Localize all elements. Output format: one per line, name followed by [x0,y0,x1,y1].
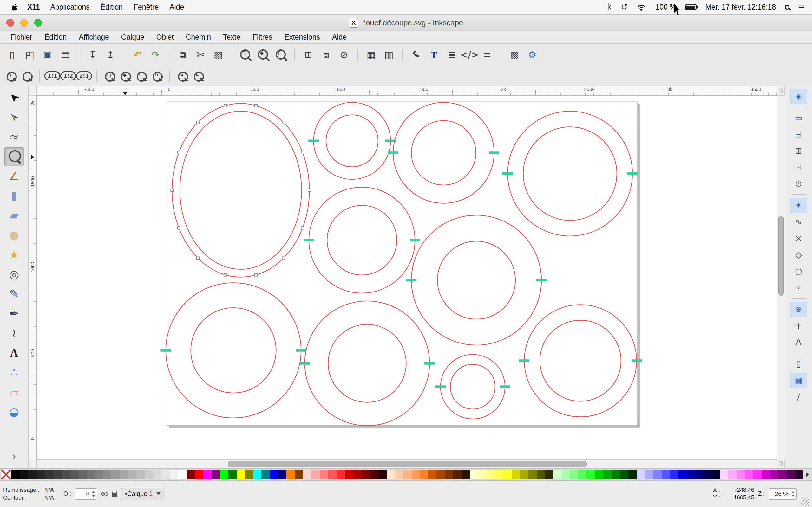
path-node[interactable] [282,121,285,124]
palette-swatch[interactable] [670,469,678,480]
down-arrow-icon[interactable] [791,495,795,497]
palette-swatch[interactable] [728,469,737,480]
palette-swatch[interactable] [362,469,370,480]
opacity-spinbox[interactable]: 0 [75,488,97,500]
cut-button[interactable]: ✂ [192,47,209,63]
path-node[interactable] [308,189,311,192]
snap-cusp-nodes-button[interactable]: ◇ [790,247,807,262]
palette-swatch[interactable] [553,469,561,480]
palette-swatch[interactable] [212,469,220,480]
snap-grid-button[interactable]: ▦ [790,373,807,388]
palette-swatch[interactable] [278,469,287,480]
palette-swatch[interactable] [253,469,261,480]
box-3d-tool[interactable]: ▰ [4,206,24,225]
palette-swatch[interactable] [428,469,437,480]
horizontal-scrollbar-thumb[interactable] [228,461,587,467]
save-document-button[interactable]: ▣ [39,47,56,63]
open-document-button[interactable]: ◰ [21,47,38,63]
down-arrow-icon[interactable] [92,495,96,497]
palette-swatch[interactable] [295,469,303,480]
snap-path-intersections-button[interactable]: × [790,231,807,246]
palette-swatch[interactable] [370,469,378,480]
menubar-item-aide[interactable]: Aide [164,3,189,11]
palette-swatch[interactable] [537,469,545,480]
path-node[interactable] [255,104,258,107]
palette-swatch[interactable] [111,469,119,480]
zoom-page-button[interactable]: ▯ [273,47,289,63]
palette-swatch[interactable] [470,469,478,480]
path-node[interactable] [282,257,285,260]
palette-swatch[interactable] [745,469,753,480]
palette-swatch[interactable] [345,469,353,480]
zoom-selection-button[interactable]: ▢ [237,47,254,63]
palette-swatch[interactable] [61,469,70,480]
paste-button[interactable]: ▨ [210,47,226,63]
drawing-canvas[interactable] [37,96,777,459]
palette-swatch[interactable] [95,469,103,480]
zoom-in-button[interactable]: + [4,69,18,83]
menu-calque[interactable]: Calque [115,31,150,43]
palette-swatch[interactable] [786,469,795,480]
palette-swatch[interactable] [53,469,61,480]
menu-fichier[interactable]: Fichier [4,31,38,43]
palette-swatch[interactable] [662,469,670,480]
snap-bbox-button[interactable]: ▭ [790,110,807,125]
palette-swatch[interactable] [353,469,362,480]
path-node[interactable] [197,121,200,124]
palette-swatch[interactable] [445,469,453,480]
menu-objet[interactable]: Objet [150,31,180,43]
palette-swatch[interactable] [337,469,345,480]
palette-swatch[interactable] [461,469,470,480]
snap-rotation-centers-button[interactable]: + [790,318,807,333]
palette-swatch[interactable] [545,469,553,480]
palette-swatch[interactable] [178,469,187,480]
ungroup-button[interactable]: ▥ [380,47,397,63]
zoom-drawing-button[interactable]: ◆ [255,47,271,63]
menu-edition[interactable]: Édition [38,31,72,43]
menubar-item-applications[interactable]: Applications [45,3,95,11]
spray-tool[interactable]: ∴ [4,363,24,382]
palette-swatch[interactable] [261,469,270,480]
zoom-selection-button[interactable]: ▢ [102,69,117,83]
palette-swatch[interactable] [487,469,495,480]
path-node[interactable] [177,151,181,154]
bluetooth-icon[interactable]: ᛒ [607,3,612,12]
menubar-app-name[interactable]: X11 [22,3,45,11]
wifi-icon[interactable] [636,3,647,11]
snap-bbox-corners-button[interactable]: ⊞ [790,143,807,158]
redo-button[interactable]: ↷ [147,47,164,63]
palette-swatch[interactable] [795,469,803,480]
snap-guides-button[interactable]: ∕ [790,389,807,404]
snap-enable-button[interactable]: ◈ [790,89,807,104]
layer-selector[interactable]: •Calque 1 [121,488,165,500]
zoom-out-button[interactable]: − [20,69,34,83]
pen-tool[interactable]: ✒ [4,304,24,323]
path-node[interactable] [301,151,304,154]
notification-center-icon[interactable]: ≡ [798,3,805,12]
palette-scroll-button[interactable] [803,469,811,480]
group-button[interactable]: ▦ [363,47,379,63]
palette-swatch[interactable] [311,469,320,480]
palette-swatch[interactable] [395,469,403,480]
snap-smooth-nodes-button[interactable]: ○ [790,264,807,279]
zoom-1-2-button[interactable]: 1:2 [61,69,75,83]
palette-swatch[interactable] [153,469,161,480]
palette-swatch[interactable] [320,469,328,480]
spiral-tool[interactable]: ◎ [4,265,24,284]
rectangle-tool[interactable]: ▮ [4,186,24,205]
text-tool[interactable]: A [4,343,24,362]
menubar-item-edition[interactable]: Édition [95,3,128,11]
palette-swatch[interactable] [453,469,461,480]
palette-swatch[interactable] [70,469,78,480]
palette-swatch[interactable] [87,469,95,480]
minimize-button[interactable] [20,19,28,26]
palette-swatch[interactable] [220,469,228,480]
palette-swatch[interactable] [737,469,745,480]
selector-tool[interactable]: ➤ [4,88,24,107]
zoom-drawing-button[interactable]: ◆ [118,69,133,83]
palette-swatch[interactable] [778,469,786,480]
calligraphy-tool[interactable]: ≀ [4,324,24,343]
palette-swatch[interactable] [245,469,253,480]
palette-swatch[interactable] [703,469,711,480]
snap-paths-button[interactable]: ∿ [790,214,807,229]
